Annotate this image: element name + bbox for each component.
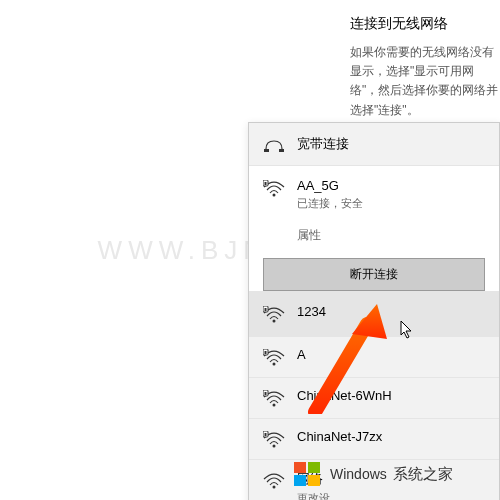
broadband-icon [263, 135, 285, 153]
svg-rect-4 [265, 182, 267, 185]
svg-rect-0 [264, 149, 269, 152]
wifi-secure-icon [263, 429, 285, 449]
network-popup: 宽带连接 AA_5G 已连接，安全 属性 断开连接 1234 [248, 122, 500, 500]
svg-rect-10 [265, 351, 267, 354]
network-name: ChinaNet-J7zx [297, 429, 485, 444]
svg-rect-7 [265, 308, 267, 311]
header-section: 连接到无线网络 如果你需要的无线网络没有显示，选择"显示可用网络"，然后选择你要… [350, 15, 500, 120]
network-item[interactable]: ChinaNet-J7zx [249, 419, 499, 460]
svg-point-11 [273, 404, 276, 407]
branding-bar: Windows 系统之家 [292, 458, 453, 490]
svg-rect-18 [294, 462, 306, 473]
connected-network-section[interactable]: AA_5G 已连接，安全 属性 断开连接 [249, 166, 499, 292]
broadband-section[interactable]: 宽带连接 [249, 123, 499, 166]
network-name: A [297, 347, 485, 362]
svg-point-5 [273, 320, 276, 323]
wifi-secure-icon [263, 178, 285, 198]
windows-logo-icon [292, 458, 324, 490]
wifi-secure-icon [263, 347, 285, 367]
wifi-icon [263, 470, 285, 490]
connected-network-name: AA_5G [297, 178, 485, 193]
disconnect-button[interactable]: 断开连接 [263, 258, 485, 291]
brand-text-2: 系统之家 [393, 465, 453, 484]
svg-rect-16 [265, 433, 267, 436]
svg-point-14 [273, 445, 276, 448]
svg-rect-1 [279, 149, 284, 152]
header-title: 连接到无线网络 [350, 15, 500, 33]
svg-rect-19 [308, 462, 320, 473]
wifi-secure-icon [263, 388, 285, 408]
properties-link[interactable]: 属性 [297, 227, 485, 244]
brand-text-1: Windows [330, 466, 387, 482]
svg-rect-20 [294, 475, 306, 486]
settings-sub: 更改设 [297, 491, 485, 500]
broadband-label: 宽带连接 [297, 135, 485, 153]
svg-point-8 [273, 363, 276, 366]
network-item-selected[interactable]: 1234 [249, 292, 499, 337]
svg-point-17 [273, 486, 276, 489]
network-name: 1234 [297, 304, 485, 319]
svg-rect-13 [265, 392, 267, 395]
network-item[interactable]: A [249, 337, 499, 378]
header-description: 如果你需要的无线网络没有显示，选择"显示可用网络"，然后选择你要的网络并选择"连… [350, 43, 500, 120]
connected-network-status: 已连接，安全 [297, 196, 485, 211]
wifi-secure-icon [263, 304, 285, 324]
network-name: ChinaNet-6WnH [297, 388, 485, 403]
svg-rect-21 [308, 475, 320, 486]
svg-point-2 [273, 194, 276, 197]
network-item[interactable]: ChinaNet-6WnH [249, 378, 499, 419]
